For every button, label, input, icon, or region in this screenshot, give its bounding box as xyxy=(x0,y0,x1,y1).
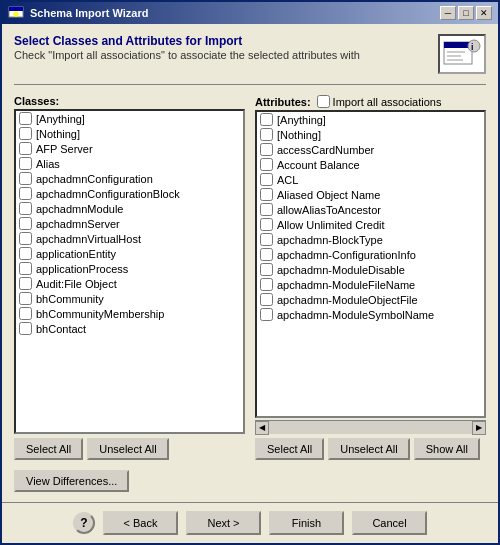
import-all-checkbox[interactable] xyxy=(317,95,330,108)
class-checkbox[interactable] xyxy=(19,112,32,125)
svg-rect-8 xyxy=(447,59,463,61)
attr-checkbox[interactable] xyxy=(260,158,273,171)
classes-buttons: Select All Unselect All xyxy=(14,438,245,460)
finish-button[interactable]: Finish xyxy=(269,511,344,535)
attr-checkbox[interactable] xyxy=(260,293,273,306)
window-title: Schema Import Wizard xyxy=(30,7,434,19)
scroll-track[interactable] xyxy=(269,423,472,433)
attr-checkbox[interactable] xyxy=(260,113,273,126)
list-item[interactable]: apchadmnModule xyxy=(16,201,243,216)
classes-select-all-button[interactable]: Select All xyxy=(14,438,83,460)
close-button[interactable]: ✕ xyxy=(476,6,492,20)
svg-point-9 xyxy=(468,40,480,52)
list-item[interactable]: bhCommunity xyxy=(16,291,243,306)
svg-text:i: i xyxy=(471,42,474,52)
attributes-buttons: Select All Unselect All Show All xyxy=(255,438,486,460)
attr-checkbox[interactable] xyxy=(260,248,273,261)
back-button[interactable]: < Back xyxy=(103,511,178,535)
list-item[interactable]: apchadmn-ModuleSymbolName xyxy=(257,307,484,322)
list-item[interactable]: Audit:File Object xyxy=(16,276,243,291)
list-item[interactable]: apchadmn-ModuleDisable xyxy=(257,262,484,277)
minimize-button[interactable]: ─ xyxy=(440,6,456,20)
svg-rect-1 xyxy=(9,7,23,11)
list-item[interactable]: ACL xyxy=(257,172,484,187)
cancel-button[interactable]: Cancel xyxy=(352,511,427,535)
attr-checkbox[interactable] xyxy=(260,173,273,186)
classes-panel: Classes: [Anything] [Nothing] AFP Server… xyxy=(14,95,245,460)
list-item[interactable]: [Anything] xyxy=(16,111,243,126)
attr-checkbox[interactable] xyxy=(260,263,273,276)
horizontal-scrollbar[interactable]: ◀ ▶ xyxy=(255,420,486,434)
attributes-listbox[interactable]: [Anything] [Nothing] accessCardNumber Ac… xyxy=(255,110,486,418)
window-icon xyxy=(8,4,24,22)
classes-label: Classes: xyxy=(14,95,59,107)
list-item[interactable]: Account Balance xyxy=(257,157,484,172)
class-checkbox[interactable] xyxy=(19,277,32,290)
attr-checkbox[interactable] xyxy=(260,233,273,246)
class-checkbox[interactable] xyxy=(19,172,32,185)
list-item[interactable]: AFP Server xyxy=(16,141,243,156)
list-item[interactable]: apchadmnConfiguration xyxy=(16,171,243,186)
import-all-label: Import all associations xyxy=(333,96,442,108)
class-checkbox[interactable] xyxy=(19,292,32,305)
attr-checkbox[interactable] xyxy=(260,143,273,156)
list-item[interactable]: apchadmnConfigurationBlock xyxy=(16,186,243,201)
help-button[interactable]: ? xyxy=(73,512,95,534)
class-checkbox[interactable] xyxy=(19,157,32,170)
list-item[interactable]: [Nothing] xyxy=(16,126,243,141)
class-checkbox[interactable] xyxy=(19,307,32,320)
scroll-left-button[interactable]: ◀ xyxy=(255,421,269,435)
class-checkbox[interactable] xyxy=(19,217,32,230)
attr-checkbox[interactable] xyxy=(260,278,273,291)
attr-checkbox[interactable] xyxy=(260,203,273,216)
list-item[interactable]: bhCommunityMembership xyxy=(16,306,243,321)
svg-rect-7 xyxy=(447,55,461,57)
list-item[interactable]: Aliased Object Name xyxy=(257,187,484,202)
class-checkbox[interactable] xyxy=(19,322,32,335)
title-bar: Schema Import Wizard ─ □ ✕ xyxy=(2,2,498,24)
class-checkbox[interactable] xyxy=(19,187,32,200)
class-checkbox[interactable] xyxy=(19,247,32,260)
classes-listbox[interactable]: [Anything] [Nothing] AFP Server Alias ap… xyxy=(14,109,245,434)
class-checkbox[interactable] xyxy=(19,262,32,275)
list-item[interactable]: apchadmn-ModuleObjectFile xyxy=(257,292,484,307)
list-item[interactable]: apchadmnServer xyxy=(16,216,243,231)
list-item[interactable]: [Nothing] xyxy=(257,127,484,142)
list-item[interactable]: apchadmn-BlockType xyxy=(257,232,484,247)
class-checkbox[interactable] xyxy=(19,232,32,245)
divider xyxy=(14,84,486,85)
list-item[interactable]: [Anything] xyxy=(257,112,484,127)
class-checkbox[interactable] xyxy=(19,142,32,155)
class-checkbox[interactable] xyxy=(19,127,32,140)
list-item[interactable]: apchadmnVirtualHost xyxy=(16,231,243,246)
attrs-select-all-button[interactable]: Select All xyxy=(255,438,324,460)
window-controls: ─ □ ✕ xyxy=(440,6,492,20)
class-checkbox[interactable] xyxy=(19,202,32,215)
list-item[interactable]: Allow Unlimited Credit xyxy=(257,217,484,232)
list-item[interactable]: apchadmn-ModuleFileName xyxy=(257,277,484,292)
import-all-row: Import all associations xyxy=(317,95,442,108)
scroll-right-button[interactable]: ▶ xyxy=(472,421,486,435)
list-item[interactable]: allowAliasToAncestor xyxy=(257,202,484,217)
attr-checkbox[interactable] xyxy=(260,308,273,321)
list-item[interactable]: apchadmn-ConfigurationInfo xyxy=(257,247,484,262)
classes-unselect-all-button[interactable]: Unselect All xyxy=(87,438,168,460)
list-item[interactable]: accessCardNumber xyxy=(257,142,484,157)
attr-checkbox[interactable] xyxy=(260,188,273,201)
next-button[interactable]: Next > xyxy=(186,511,261,535)
page-title: Select Classes and Attributes for Import xyxy=(14,34,438,48)
attrs-unselect-all-button[interactable]: Unselect All xyxy=(328,438,409,460)
attr-checkbox[interactable] xyxy=(260,128,273,141)
attrs-show-all-button[interactable]: Show All xyxy=(414,438,480,460)
attributes-label: Attributes: xyxy=(255,96,311,108)
list-item[interactable]: bhContact xyxy=(16,321,243,336)
view-differences-button[interactable]: View Differences... xyxy=(14,470,129,492)
list-item[interactable]: applicationProcess xyxy=(16,261,243,276)
list-item[interactable]: applicationEntity xyxy=(16,246,243,261)
attributes-panel: Attributes: Import all associations [Any… xyxy=(255,95,486,460)
page-description: Check "Import all associations" to assoc… xyxy=(14,48,438,62)
wizard-icon: i xyxy=(438,34,486,74)
maximize-button[interactable]: □ xyxy=(458,6,474,20)
attr-checkbox[interactable] xyxy=(260,218,273,231)
list-item[interactable]: Alias xyxy=(16,156,243,171)
